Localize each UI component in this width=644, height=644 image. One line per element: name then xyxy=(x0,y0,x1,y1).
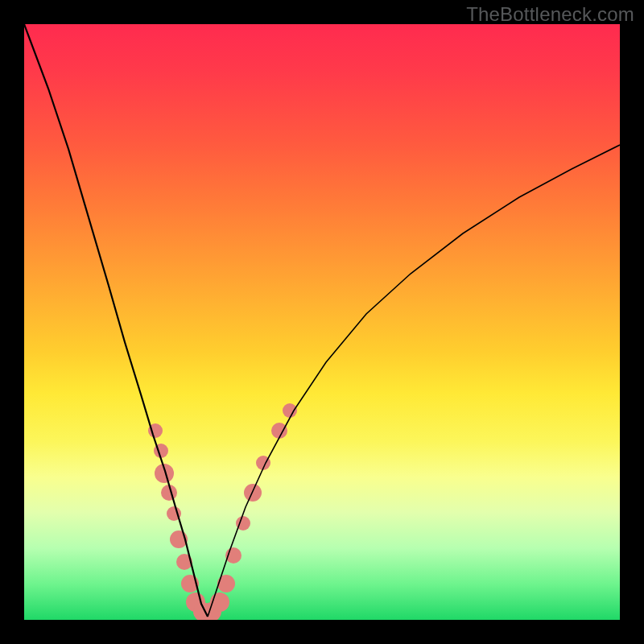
marker-dot xyxy=(283,403,297,418)
left-curve xyxy=(24,24,208,617)
curve-layer xyxy=(24,24,620,620)
marker-dot xyxy=(217,575,235,592)
watermark-text: TheBottleneck.com xyxy=(466,3,634,26)
plot-area xyxy=(24,24,620,620)
right-curve xyxy=(208,145,620,617)
marker-dots xyxy=(148,403,297,620)
